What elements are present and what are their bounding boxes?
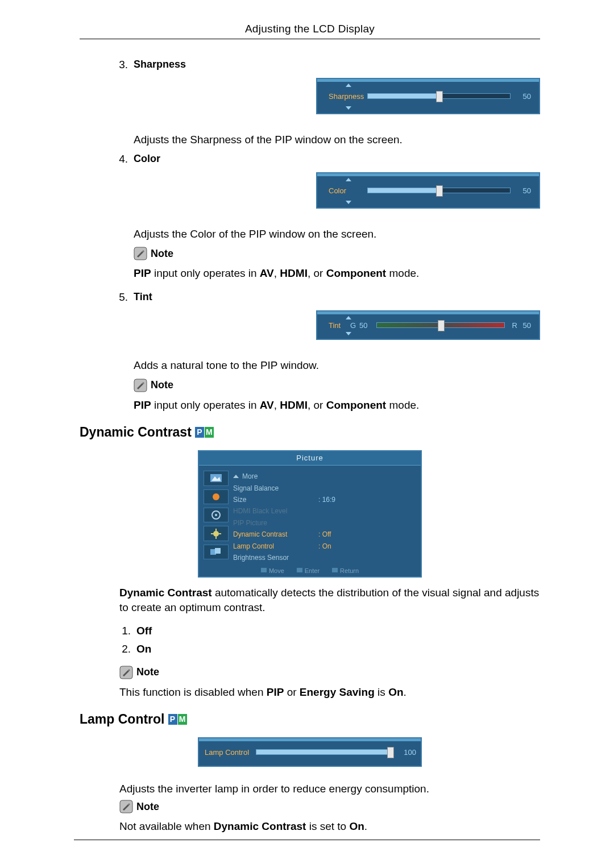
osd-label: Tint — [329, 321, 341, 329]
svg-point-7 — [213, 531, 219, 537]
osd-figure: Lamp Control 100 — [80, 735, 540, 773]
hint-move: Move — [261, 567, 284, 574]
osd-menu-content: More Signal Balance Size: 16:9 HDMI Blac… — [233, 471, 414, 559]
osd-label: Lamp Control — [205, 748, 249, 757]
note-line: Note — [119, 666, 540, 679]
hint-return: Return — [332, 567, 359, 574]
note-pencil-icon — [134, 379, 147, 392]
osd-value: 100 — [404, 748, 416, 757]
arrow-down-icon — [346, 332, 351, 335]
svg-point-4 — [213, 493, 219, 500]
note-line: Note — [119, 800, 540, 813]
osd-menu-hints: Move Enter Return — [199, 567, 421, 574]
note-pencil-icon — [134, 247, 147, 260]
arrow-down-icon — [346, 201, 351, 204]
osd-menu-row: Dynamic Contrast: Off — [233, 529, 414, 540]
menu-gear-icon — [204, 526, 229, 541]
option-on: 2.On — [119, 642, 540, 657]
note-pencil-icon — [119, 800, 133, 813]
arrow-up-icon — [346, 178, 351, 181]
osd-tint-slider: Tint G 50 R 50 — [316, 310, 540, 340]
osd-label: Sharpness — [329, 92, 364, 101]
svg-rect-13 — [215, 548, 221, 554]
item-tint: 5. Tint — [80, 291, 540, 304]
item-description: Adds a natural tone to the PIP window. — [80, 358, 540, 373]
hint-enter: Enter — [297, 567, 320, 574]
osd-label: Color — [329, 186, 346, 194]
item-description: Adjusts the Sharpness of the PIP window … — [80, 132, 540, 147]
section-lamp-control-heading: Lamp Control PM — [80, 712, 540, 727]
osd-menu-row: Size: 16:9 — [233, 494, 414, 505]
note-text: Not available when Dynamic Contrast is s… — [119, 819, 540, 834]
osd-menu-row: HDMI Black Level — [233, 505, 414, 517]
item-heading: Color — [134, 153, 540, 165]
note-label: Note — [136, 666, 159, 678]
arrow-up-icon — [346, 84, 351, 87]
pm-badge-icon: PM — [195, 427, 214, 438]
item-heading: Sharpness — [134, 59, 540, 70]
note-text: PIP input only operates in AV, HDMI, or … — [80, 266, 540, 281]
svg-point-6 — [215, 514, 217, 516]
note-label: Note — [151, 379, 173, 391]
pm-badge-icon: PM — [168, 714, 187, 725]
osd-menu-row: Signal Balance — [233, 483, 414, 494]
item-heading: Tint — [134, 291, 540, 303]
arrow-down-icon — [346, 106, 351, 110]
note-label: Note — [151, 248, 173, 260]
osd-picture-menu: Picture More Signal Balance Size: 16:9 H… — [198, 450, 422, 578]
osd-track — [367, 93, 511, 99]
item-description: Adjusts the Color of the PIP window on t… — [80, 227, 540, 242]
menu-picture-icon — [204, 471, 229, 485]
item-number: 3. — [80, 59, 134, 71]
item-number: 4. — [80, 153, 134, 165]
tint-g-label: G — [350, 321, 356, 329]
tint-g-value: 50 — [359, 321, 367, 329]
osd-figure: Color 50 — [80, 170, 540, 214]
osd-color-slider: Color 50 — [316, 172, 540, 209]
section-description: Adjusts the inverter lamp in order to re… — [119, 782, 540, 796]
osd-track — [256, 749, 392, 755]
section-description: Dynamic Contrast automatically detects t… — [119, 585, 540, 614]
osd-figure: Picture More Signal Balance Size: 16:9 H… — [80, 448, 540, 585]
menu-multi-icon — [204, 545, 229, 559]
option-off: 1.Off — [119, 624, 540, 638]
osd-figure: Sharpness 50 — [80, 76, 540, 120]
tint-r-label: R — [512, 321, 517, 329]
osd-value: 50 — [523, 92, 531, 101]
arrow-up-icon — [346, 316, 351, 319]
item-color: 4. Color — [80, 153, 540, 165]
osd-menu-row: PIP Picture — [233, 517, 414, 529]
header-divider — [80, 39, 540, 39]
note-line: Note — [80, 379, 540, 392]
osd-sharpness-slider: Sharpness 50 — [316, 78, 540, 114]
osd-track — [367, 188, 511, 193]
menu-setup-icon — [204, 508, 229, 522]
osd-lamp-slider: Lamp Control 100 — [198, 737, 422, 767]
item-sharpness: 3. Sharpness — [80, 59, 540, 71]
osd-menu-title: Picture — [199, 451, 421, 466]
section-dynamic-contrast-heading: Dynamic Contrast PM — [80, 425, 540, 440]
note-pencil-icon — [119, 666, 133, 679]
page-header-title: Adjusting the LCD Display — [80, 23, 540, 35]
note-line: Note — [80, 247, 540, 260]
page: Adjusting the LCD Display 3. Sharpness S… — [0, 0, 614, 868]
tint-r-value: 50 — [523, 321, 531, 329]
note-text: This function is disabled when PIP or En… — [119, 685, 540, 700]
osd-menu-more: More — [233, 471, 414, 482]
osd-value: 50 — [523, 186, 531, 194]
footer-divider — [74, 840, 540, 840]
item-number: 5. — [80, 291, 134, 304]
menu-sound-icon — [204, 489, 229, 504]
note-label: Note — [136, 801, 159, 813]
osd-menu-sidebar — [204, 471, 227, 559]
note-text: PIP input only operates in AV, HDMI, or … — [80, 398, 540, 413]
osd-figure: Tint G 50 R 50 — [80, 308, 540, 346]
osd-menu-row: Brightness Sensor — [233, 552, 414, 563]
osd-track — [376, 322, 505, 328]
osd-menu-row: Lamp Control: On — [233, 541, 414, 552]
